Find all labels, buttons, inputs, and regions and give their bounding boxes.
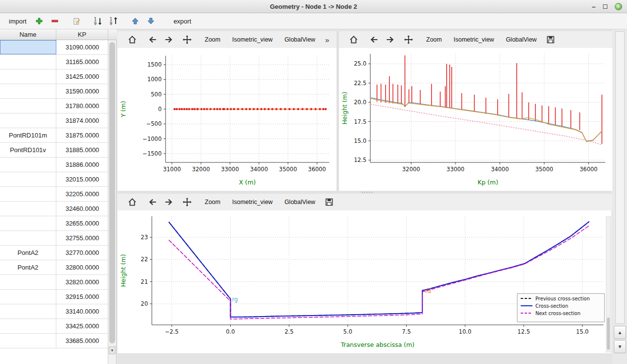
row-name-cell[interactable]	[0, 319, 56, 333]
table-row[interactable]: PontA2 32800.0000	[0, 260, 108, 275]
row-kp-cell[interactable]: 32915.0000	[56, 290, 108, 304]
row-name-cell[interactable]	[0, 202, 56, 216]
isometric-view-button[interactable]: Isometric_view	[448, 33, 500, 46]
home-button[interactable]	[124, 196, 140, 208]
plot-scrollbar-thumb[interactable]	[607, 318, 610, 350]
scroll-down-button[interactable]: ▼	[614, 340, 626, 353]
row-name-cell[interactable]	[0, 216, 56, 230]
remove-button[interactable]	[48, 15, 62, 27]
forward-button[interactable]	[161, 196, 176, 208]
row-kp-cell[interactable]: 32820.0000	[56, 275, 108, 289]
row-name-cell[interactable]	[0, 231, 56, 245]
table-row[interactable]: 32915.0000	[0, 290, 108, 304]
save-button[interactable]	[543, 33, 558, 46]
row-kp-cell[interactable]: 31090.0000	[56, 40, 108, 54]
table-row[interactable]: 33685.0000	[0, 334, 108, 348]
add-button[interactable]	[32, 15, 47, 27]
cross-section-canvas[interactable]: −2.50.02.55.07.510.012.515.020212223rgrd…	[118, 210, 611, 353]
home-button[interactable]	[124, 33, 140, 46]
back-button[interactable]	[145, 196, 161, 208]
row-kp-cell[interactable]: 31165.0000	[56, 55, 108, 69]
row-kp-cell[interactable]: 31875.0000	[56, 128, 108, 142]
table-row[interactable]: PontRD101m 31875.0000	[0, 128, 108, 143]
table-row[interactable]: 33140.0000	[0, 304, 108, 319]
row-name-cell[interactable]	[0, 158, 56, 172]
table-row[interactable]: 31590.0000	[0, 84, 108, 99]
back-button[interactable]	[145, 33, 161, 46]
restore-button[interactable]	[603, 4, 607, 9]
pan-button[interactable]	[179, 196, 195, 208]
row-kp-cell[interactable]: 31886.0000	[56, 158, 108, 172]
row-name-cell[interactable]	[0, 114, 56, 128]
zoom-button[interactable]: Zoom	[199, 33, 226, 46]
back-button[interactable]	[366, 33, 382, 46]
minimize-button[interactable]: –	[592, 3, 596, 10]
row-name-cell[interactable]: PontA2	[0, 246, 56, 260]
row-name-cell[interactable]	[0, 84, 56, 98]
import-label[interactable]: import	[0, 18, 31, 25]
pan-button[interactable]	[179, 33, 195, 46]
row-name-cell[interactable]	[0, 334, 56, 348]
table-row[interactable]: 31874.0000	[0, 114, 108, 128]
edit-button[interactable]	[69, 15, 84, 27]
forward-button[interactable]	[382, 33, 398, 46]
row-name-cell[interactable]	[0, 290, 56, 304]
table-row[interactable]: 31886.0000	[0, 158, 108, 172]
export-label[interactable]: export	[165, 18, 196, 25]
table-row[interactable]: PontA2 32770.0000	[0, 246, 108, 260]
zoom-button[interactable]: Zoom	[420, 33, 448, 46]
table-row[interactable]: 32460.0000	[0, 202, 108, 216]
home-button[interactable]	[346, 33, 362, 46]
row-name-cell[interactable]	[0, 69, 56, 84]
row-kp-cell[interactable]: 31885.0000	[56, 143, 108, 157]
row-name-cell[interactable]	[0, 187, 56, 201]
row-kp-cell[interactable]: 33425.0000	[56, 319, 108, 333]
isometric-view-button[interactable]: Isometric_view	[226, 33, 279, 46]
close-button[interactable]: ×	[615, 3, 622, 10]
row-kp-cell[interactable]: 31590.0000	[56, 84, 108, 98]
row-kp-cell[interactable]: 33685.0000	[56, 334, 108, 348]
row-kp-cell[interactable]: 32460.0000	[56, 202, 108, 216]
global-view-button[interactable]: GlobalView	[500, 33, 543, 46]
table-row[interactable]: 32205.0000	[0, 187, 108, 202]
row-kp-cell[interactable]: 33140.0000	[56, 304, 108, 318]
table-row[interactable]: 32015.0000	[0, 172, 108, 187]
table-row[interactable]: 31780.0000	[0, 99, 108, 114]
row-name-cell[interactable]	[0, 304, 56, 318]
row-kp-cell[interactable]: 31780.0000	[56, 99, 108, 113]
row-kp-cell[interactable]: 32770.0000	[56, 246, 108, 260]
row-kp-cell[interactable]: 32655.0000	[56, 216, 108, 230]
row-name-cell[interactable]: PontRD101m	[0, 128, 56, 142]
row-name-cell[interactable]: PontRD101v	[0, 143, 56, 157]
plan-view-canvas[interactable]: 310003200033000340003500036000−1500−1000…	[118, 48, 337, 191]
row-kp-cell[interactable]: 32205.0000	[56, 187, 108, 201]
row-name-cell[interactable]	[0, 40, 56, 54]
table-row[interactable]: 31425.0000	[0, 69, 108, 84]
row-kp-cell[interactable]: 32015.0000	[56, 172, 108, 186]
row-name-cell[interactable]	[0, 99, 56, 113]
forward-button[interactable]	[161, 33, 176, 46]
move-up-button[interactable]	[128, 15, 143, 27]
global-view-button[interactable]: GlobalView	[279, 196, 321, 208]
table-row[interactable]: 32755.0000	[0, 231, 108, 246]
row-kp-cell[interactable]: 31425.0000	[56, 69, 108, 84]
sort-descending-button[interactable]: 19	[106, 15, 121, 27]
table-row[interactable]: 32820.0000	[0, 275, 108, 290]
move-down-button[interactable]	[144, 15, 158, 27]
table-row[interactable]: PontRD101v 31885.0000	[0, 143, 108, 158]
row-kp-cell[interactable]: 31874.0000	[56, 114, 108, 128]
global-view-button[interactable]: GlobalView	[279, 33, 321, 46]
plot-scrollbar[interactable]	[606, 216, 611, 352]
table-row[interactable]: 31090.0000	[0, 40, 108, 55]
table-row[interactable]: 32655.0000	[0, 216, 108, 231]
zoom-button[interactable]: Zoom	[199, 196, 226, 208]
table-scroll-down-button[interactable]: ▾	[109, 346, 116, 354]
pan-button[interactable]	[401, 33, 416, 46]
isometric-view-button[interactable]: Isometric_view	[226, 196, 279, 208]
scroll-up-button[interactable]: ▲	[614, 326, 626, 339]
save-button[interactable]	[321, 196, 337, 208]
row-name-cell[interactable]	[0, 275, 56, 289]
row-name-cell[interactable]	[0, 172, 56, 186]
column-header-name[interactable]: Name	[0, 29, 56, 40]
toolbar-overflow-button[interactable]: »	[321, 36, 333, 44]
